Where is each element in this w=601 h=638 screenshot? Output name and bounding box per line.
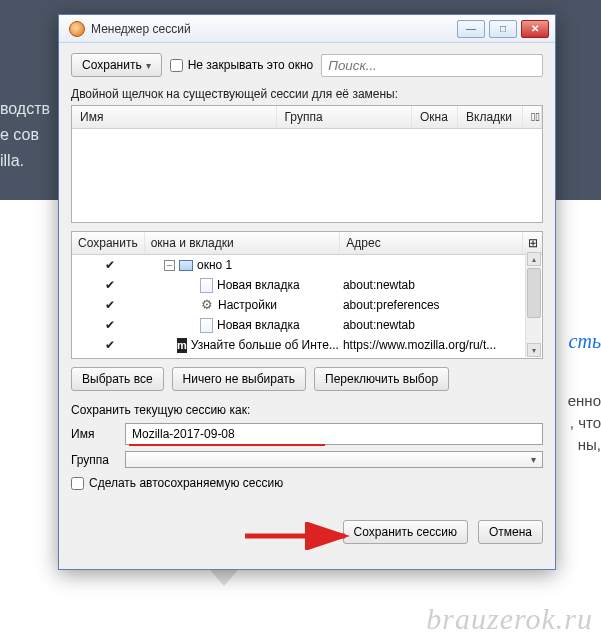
carousel-down-arrow[interactable] — [210, 570, 238, 586]
maximize-button[interactable]: □ — [489, 20, 517, 38]
row-checkmark[interactable]: ✔ — [74, 278, 146, 292]
select-all-label: Выбрать все — [82, 372, 153, 386]
autosave-label: Сделать автосохраняемую сессию — [89, 476, 283, 490]
cancel-button[interactable]: Отмена — [478, 520, 543, 544]
group-select[interactable]: ▾ — [125, 451, 543, 468]
tree-row-tab[interactable]: ✔ m Узнайте больше об Инте... https://ww… — [72, 335, 542, 355]
mozilla-icon: m — [177, 338, 187, 353]
row-checkmark[interactable]: ✔ — [74, 318, 146, 332]
col-group[interactable]: Группа — [277, 106, 412, 128]
titlebar-title: Менеджер сессий — [91, 22, 457, 36]
dont-close-label: Не закрывать это окно — [188, 58, 314, 72]
tab-label: Узнайте больше об Инте... — [191, 338, 339, 352]
tab-address: https://www.mozilla.org/ru/t... — [339, 338, 522, 352]
tree-window-label: окно 1 — [197, 258, 232, 272]
dont-close-checkbox[interactable]: Не закрывать это окно — [170, 58, 314, 72]
scroll-down-button[interactable]: ▾ — [527, 343, 541, 357]
select-none-label: Ничего не выбирать — [183, 372, 295, 386]
vertical-scrollbar[interactable]: ▴ ▾ — [525, 252, 541, 357]
window-icon — [179, 260, 193, 271]
sessions-list-body[interactable] — [72, 129, 542, 222]
autosave-checkbox[interactable]: Сделать автосохраняемую сессию — [71, 476, 543, 490]
col-picker-icon-2[interactable]: ⊞ — [522, 232, 542, 254]
close-button[interactable]: ✕ — [521, 20, 549, 38]
toggle-label: Переключить выбор — [325, 372, 438, 386]
col-windows-tabs[interactable]: окна и вкладки — [145, 232, 341, 254]
wt-list-body: ✔ – окно 1 ✔ Новая вкладка — [72, 255, 542, 358]
row-checkmark[interactable]: ✔ — [74, 338, 146, 352]
col-name[interactable]: Имя — [72, 106, 277, 128]
annotation-arrow — [241, 522, 361, 550]
windows-tabs-list[interactable]: Сохранить окна и вкладки Адрес ⊞ ✔ – окн… — [71, 231, 543, 359]
firefox-icon — [69, 21, 85, 37]
select-none-button[interactable]: Ничего не выбирать — [172, 367, 306, 391]
chevron-down-icon: ▾ — [146, 60, 151, 71]
row-checkmark[interactable]: ✔ — [74, 258, 146, 272]
tree-row-window[interactable]: ✔ – окно 1 — [72, 255, 542, 275]
bg-text-3: illa. — [0, 152, 24, 170]
side-link[interactable]: сть — [569, 330, 601, 353]
scroll-thumb[interactable] — [527, 268, 541, 318]
save-dropdown-button[interactable]: Сохранить ▾ — [71, 53, 162, 77]
tree-row-tab[interactable]: ✔ Новая вкладка about:newtab — [72, 315, 542, 335]
tab-label: Новая вкладка — [217, 278, 300, 292]
session-name-input[interactable] — [125, 423, 543, 445]
minimize-button[interactable]: — — [457, 20, 485, 38]
side-text-2: , что — [570, 414, 601, 431]
sessions-list[interactable]: Имя Группа Окна Вкладки �⃞ — [71, 105, 543, 223]
cancel-label: Отмена — [489, 525, 532, 539]
toggle-selection-button[interactable]: Переключить выбор — [314, 367, 449, 391]
col-save[interactable]: Сохранить — [72, 232, 145, 254]
tab-label: Новая вкладка — [217, 318, 300, 332]
tree-collapse-icon[interactable]: – — [164, 260, 175, 271]
page-icon — [200, 278, 213, 293]
tab-address: about:newtab — [339, 318, 522, 332]
sessions-list-header: Имя Группа Окна Вкладки �⃞ — [72, 106, 542, 129]
tree-row-tab[interactable]: ✔ Новая вкладка about:newtab — [72, 275, 542, 295]
annotation-underline — [129, 444, 325, 446]
bg-text-1: водств — [0, 100, 50, 118]
save-session-button[interactable]: Сохранить сессию — [343, 520, 468, 544]
scroll-up-button[interactable]: ▴ — [527, 252, 541, 266]
titlebar[interactable]: Менеджер сессий — □ ✕ — [59, 15, 555, 43]
tab-address: about:preferences — [339, 298, 522, 312]
tree-row-tab[interactable]: ✔ ⚙ Настройки about:preferences — [72, 295, 542, 315]
gear-icon: ⚙ — [200, 298, 214, 312]
wt-list-header: Сохранить окна и вкладки Адрес ⊞ — [72, 232, 542, 255]
group-label: Группа — [71, 453, 117, 467]
col-windows[interactable]: Окна — [412, 106, 458, 128]
row-checkmark[interactable]: ✔ — [74, 298, 146, 312]
select-all-button[interactable]: Выбрать все — [71, 367, 164, 391]
replace-hint: Двойной щелчок на существующей сессии дл… — [71, 87, 543, 101]
col-address[interactable]: Адрес — [340, 232, 522, 254]
page-icon — [200, 318, 213, 333]
name-label: Имя — [71, 427, 117, 441]
save-as-label: Сохранить текущую сессию как: — [71, 403, 543, 417]
search-input[interactable] — [321, 54, 543, 77]
save-dropdown-label: Сохранить — [82, 58, 142, 72]
bg-text-2: е сов — [0, 126, 39, 144]
chevron-down-icon: ▾ — [531, 454, 536, 465]
dont-close-checkbox-input[interactable] — [170, 59, 183, 72]
tab-label: Настройки — [218, 298, 277, 312]
col-tabs[interactable]: Вкладки — [458, 106, 522, 128]
session-manager-dialog: Менеджер сессий — □ ✕ Сохранить ▾ Не зак… — [58, 14, 556, 570]
side-text-1: енно — [568, 392, 601, 409]
tab-address: about:newtab — [339, 278, 522, 292]
save-session-label: Сохранить сессию — [354, 525, 457, 539]
autosave-checkbox-input[interactable] — [71, 477, 84, 490]
watermark: brauzerok.ru — [426, 602, 593, 636]
side-text-3: ны, — [578, 436, 601, 453]
col-picker-icon[interactable]: �⃞ — [522, 106, 542, 128]
